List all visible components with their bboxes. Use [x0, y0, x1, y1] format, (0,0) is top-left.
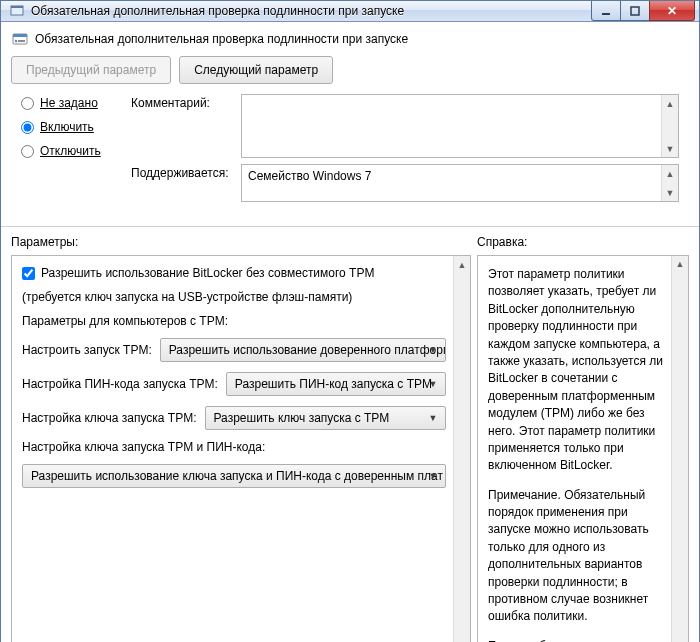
svg-rect-1 — [11, 6, 23, 8]
scroll-up-icon[interactable]: ▲ — [672, 256, 688, 273]
radio-enabled-label[interactable]: Включить — [40, 120, 94, 134]
svg-rect-7 — [18, 40, 25, 42]
keypin-combo[interactable]: Разрешить использование ключа запуска и … — [22, 464, 446, 488]
state-radio-group: Не задано Включить Отключить — [21, 94, 131, 208]
configure-tpm-startup-value: Разрешить использование доверенного плат… — [169, 343, 446, 357]
chevron-down-icon: ▼ — [425, 373, 441, 395]
allow-no-tpm-checkbox[interactable] — [22, 267, 35, 280]
parameters-panel: Разрешить использование BitLocker без со… — [11, 255, 471, 642]
chevron-down-icon: ▼ — [425, 339, 441, 361]
radio-not-configured-label[interactable]: Не задано — [40, 96, 98, 110]
scroll-down-icon[interactable]: ▼ — [662, 140, 678, 157]
keypin-label: Настройка ключа запуска TPM и ПИН-кода: — [22, 440, 446, 454]
dialog-window: Обязательная дополнительная проверка под… — [0, 0, 700, 642]
radio-enabled[interactable] — [21, 121, 34, 134]
allow-no-tpm-label[interactable]: Разрешить использование BitLocker без со… — [41, 266, 374, 280]
radio-not-configured[interactable] — [21, 97, 34, 110]
key-label: Настройка ключа запуска TPM: — [22, 411, 197, 425]
comment-textarea[interactable]: ▲ ▼ — [241, 94, 679, 158]
window-title: Обязательная дополнительная проверка под… — [31, 4, 592, 18]
svg-point-6 — [15, 40, 17, 42]
configure-tpm-startup-label: Настроить запуск TPM: — [22, 343, 152, 357]
next-setting-button[interactable]: Следующий параметр — [179, 56, 333, 84]
window-buttons: ✕ — [592, 1, 695, 21]
help-title: Справка: — [477, 235, 689, 249]
configure-tpm-startup-combo[interactable]: Разрешить использование доверенного плат… — [160, 338, 446, 362]
keypin-value: Разрешить использование ключа запуска и … — [31, 469, 443, 483]
supported-value: Семейство Windows 7 — [248, 169, 371, 183]
supported-label: Поддерживается: — [131, 164, 241, 202]
header: Обязательная дополнительная проверка под… — [1, 22, 699, 218]
app-icon — [9, 3, 25, 19]
titlebar[interactable]: Обязательная дополнительная проверка под… — [1, 1, 699, 22]
header-title: Обязательная дополнительная проверка под… — [35, 32, 408, 46]
previous-setting-button[interactable]: Предыдущий параметр — [11, 56, 171, 84]
usb-note: (требуется ключ запуска на USB-устройств… — [22, 290, 446, 304]
radio-disabled-label[interactable]: Отключить — [40, 144, 101, 158]
maximize-button[interactable] — [620, 1, 650, 21]
close-button[interactable]: ✕ — [649, 1, 695, 21]
supported-box: Семейство Windows 7 ▲ ▼ — [241, 164, 679, 202]
policy-icon — [11, 30, 29, 48]
pin-value: Разрешить ПИН-код запуска с TPM — [235, 377, 432, 391]
radio-disabled[interactable] — [21, 145, 34, 158]
key-combo[interactable]: Разрешить ключ запуска с TPM ▼ — [205, 406, 446, 430]
svg-rect-5 — [13, 34, 27, 37]
help-panel: Этот параметр политики позволяет указать… — [477, 255, 689, 642]
minimize-button[interactable] — [591, 1, 621, 21]
svg-rect-3 — [631, 7, 639, 15]
help-paragraph: Если необходимо использовать — [488, 638, 664, 642]
scroll-up-icon[interactable]: ▲ — [454, 256, 470, 273]
comment-label: Комментарий: — [131, 94, 241, 158]
comment-scrollbar[interactable]: ▲ ▼ — [661, 95, 678, 157]
scroll-up-icon[interactable]: ▲ — [662, 165, 678, 182]
svg-rect-2 — [602, 13, 610, 15]
content-area: Обязательная дополнительная проверка под… — [1, 22, 699, 642]
chevron-down-icon: ▼ — [425, 407, 441, 429]
pin-label: Настройка ПИН-кода запуска TPM: — [22, 377, 218, 391]
chevron-down-icon: ▼ — [425, 465, 441, 487]
supported-scrollbar[interactable]: ▲ ▼ — [661, 165, 678, 201]
scroll-down-icon[interactable]: ▼ — [662, 184, 678, 201]
help-paragraph: Примечание. Обязательный порядок примене… — [488, 487, 664, 626]
scroll-up-icon[interactable]: ▲ — [662, 95, 678, 112]
tpm-section-label: Параметры для компьютеров с TPM: — [22, 314, 446, 328]
help-paragraph: Этот параметр политики позволяет указать… — [488, 266, 664, 475]
parameters-title: Параметры: — [11, 235, 471, 249]
key-value: Разрешить ключ запуска с TPM — [214, 411, 390, 425]
pin-combo[interactable]: Разрешить ПИН-код запуска с TPM ▼ — [226, 372, 446, 396]
params-vscroll[interactable]: ▲ ▼ — [453, 256, 470, 642]
help-vscroll[interactable]: ▲ ▼ — [671, 256, 688, 642]
